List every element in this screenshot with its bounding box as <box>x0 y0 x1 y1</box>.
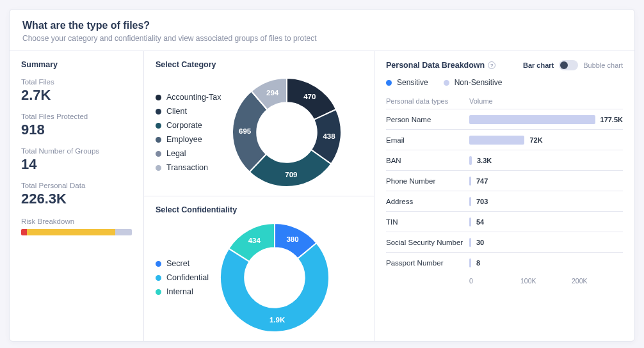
bar-value-label: 703 <box>476 198 488 205</box>
confidentiality-donut-chart: 3801.9K434 <box>220 223 329 332</box>
bar-row-label: Person Name <box>386 116 469 123</box>
summary-column: Summary Total Files2.7KTotal Files Prote… <box>10 51 144 341</box>
category-legend-item[interactable]: Client <box>156 107 221 116</box>
stat-value: 918 <box>21 122 132 138</box>
bar-value-label: 3.3K <box>477 157 492 164</box>
bar-row-label: Social Security Number <box>386 239 469 246</box>
confidentiality-panel: Select Confidentiality SecretConfidentia… <box>144 196 374 341</box>
category-legend-item[interactable]: Corporate <box>156 121 221 130</box>
bar-row: TIN54 <box>386 212 623 232</box>
chart-toggle-switch[interactable] <box>559 60 578 70</box>
info-icon[interactable]: ? <box>488 61 495 69</box>
stat-value: 2.7K <box>21 87 132 104</box>
legend-swatch <box>156 165 161 171</box>
bar-value-label: 8 <box>476 259 480 267</box>
sensitivity-legend-item[interactable]: Non-Sensitive <box>444 78 503 87</box>
legend-label: Employee <box>166 135 202 144</box>
bar-fill[interactable] <box>469 115 595 124</box>
confidentiality-heading: Select Confidentiality <box>156 205 362 214</box>
bar-row: Email72K <box>386 130 623 150</box>
category-legend-item[interactable]: Transaction <box>156 163 221 172</box>
legend-swatch <box>156 289 161 295</box>
bar-row-label: BAN <box>386 157 469 164</box>
legend-swatch <box>156 137 161 143</box>
legend-label: Client <box>166 107 187 116</box>
page-title: What are the type of files? <box>22 20 622 31</box>
legend-label: Sensitive <box>397 78 428 87</box>
personal-data-bars: Person Name177.5KEmail72KBAN3.3KPhone Nu… <box>386 109 623 273</box>
selectors-column: Select Category Accounting-TaxClientCorp… <box>144 51 374 341</box>
confidentiality-legend-item[interactable]: Confidential <box>156 273 209 282</box>
personal-data-heading: Personal Data Breakdown ? <box>386 61 495 70</box>
bar-row: Phone Number747 <box>386 171 623 191</box>
legend-swatch <box>444 80 449 86</box>
bar-table-header: Personal data types Volume <box>386 97 623 109</box>
bar-value-label: 747 <box>476 177 488 185</box>
risk-breakdown-bar <box>21 229 132 235</box>
xaxis-tick: 100K <box>520 277 572 285</box>
risk-segment <box>21 229 27 235</box>
card-header: What are the type of files? Choose your … <box>10 10 634 51</box>
confidentiality-legend-item[interactable]: Internal <box>156 287 209 296</box>
risk-breakdown-label: Risk Breakdown <box>21 217 132 225</box>
bar-fill[interactable] <box>469 258 471 267</box>
sensitivity-legend: SensitiveNon-Sensitive <box>386 78 623 87</box>
category-donut-chart: 470438709695294 <box>232 78 341 187</box>
legend-label: Corporate <box>166 121 202 130</box>
legend-swatch <box>156 275 161 281</box>
legend-label: Confidential <box>166 273 209 282</box>
bar-fill[interactable] <box>469 238 471 247</box>
bar-track: 177.5K <box>469 115 623 124</box>
category-legend: Accounting-TaxClientCorporateEmployeeLeg… <box>156 93 221 172</box>
chart-type-toggle: Bar chart Bubble chart <box>523 60 623 70</box>
risk-segment <box>27 229 115 235</box>
bar-track: 747 <box>469 177 623 186</box>
category-legend-item[interactable]: Accounting-Tax <box>156 93 221 102</box>
bar-row-label: TIN <box>386 218 469 226</box>
bubble-chart-option[interactable]: Bubble chart <box>583 61 623 69</box>
risk-segment <box>115 229 132 235</box>
bar-chart-xaxis: 0100K200K <box>386 277 623 285</box>
stat-value: 14 <box>21 156 132 173</box>
bar-track: 3.3K <box>469 156 623 165</box>
bar-track: 703 <box>469 197 623 206</box>
legend-swatch <box>156 95 161 100</box>
bar-row-label: Email <box>386 136 469 144</box>
stat-label: Total Number of Groups <box>21 147 132 155</box>
bar-value-label: 177.5K <box>600 116 623 123</box>
category-heading: Select Category <box>156 60 362 69</box>
legend-label: Non-Sensitive <box>455 78 503 87</box>
stat-label: Total Personal Data <box>21 182 132 189</box>
legend-label: Internal <box>166 287 193 296</box>
bar-chart-option[interactable]: Bar chart <box>523 61 554 69</box>
bar-fill[interactable] <box>469 217 471 226</box>
bar-row: BAN3.3K <box>386 150 623 171</box>
bar-fill[interactable] <box>469 197 471 206</box>
bar-row: Passport Number8 <box>386 253 623 273</box>
files-type-card: What are the type of files? Choose your … <box>9 9 635 342</box>
bar-value-label: 30 <box>476 239 484 246</box>
bar-track: 72K <box>469 136 623 145</box>
bar-value-label: 54 <box>476 218 484 226</box>
xaxis-tick: 200K <box>572 277 623 285</box>
bar-fill[interactable] <box>469 156 472 165</box>
sensitivity-legend-item[interactable]: Sensitive <box>386 78 428 87</box>
bar-value-label: 72K <box>529 136 542 144</box>
confidentiality-legend-item[interactable]: Secret <box>156 259 209 268</box>
personal-data-column: Personal Data Breakdown ? Bar chart Bubb… <box>374 51 634 341</box>
donut-slice[interactable] <box>220 243 329 332</box>
legend-label: Transaction <box>166 163 208 172</box>
bar-fill[interactable] <box>469 177 471 186</box>
legend-label: Accounting-Tax <box>166 93 221 102</box>
legend-swatch <box>386 80 392 86</box>
xaxis-tick: 0 <box>469 277 520 285</box>
bar-fill[interactable] <box>469 136 524 145</box>
card-body: Summary Total Files2.7KTotal Files Prote… <box>10 51 634 341</box>
category-legend-item[interactable]: Employee <box>156 135 221 144</box>
category-legend-item[interactable]: Legal <box>156 149 221 158</box>
bar-track: 30 <box>469 238 623 247</box>
bar-track: 8 <box>469 258 623 267</box>
stat-label: Total Files <box>21 78 132 86</box>
summary-heading: Summary <box>21 60 132 69</box>
th-personal-type: Personal data types <box>386 97 469 105</box>
